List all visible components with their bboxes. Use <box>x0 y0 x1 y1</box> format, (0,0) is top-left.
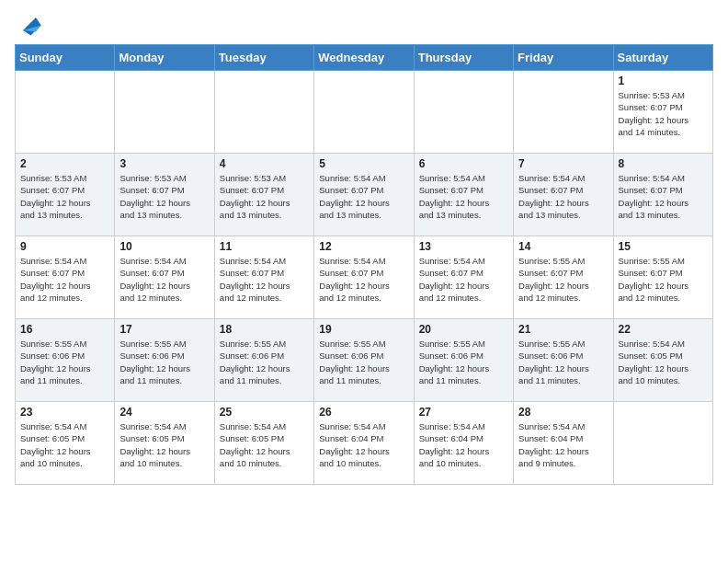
logo <box>15 15 44 37</box>
calendar-cell: 19Sunrise: 5:55 AM Sunset: 6:06 PM Dayli… <box>314 319 414 402</box>
calendar-cell: 26Sunrise: 5:54 AM Sunset: 6:04 PM Dayli… <box>314 402 414 485</box>
calendar-cell: 2Sunrise: 5:53 AM Sunset: 6:07 PM Daylig… <box>16 154 115 236</box>
calendar-cell: 16Sunrise: 5:55 AM Sunset: 6:06 PM Dayli… <box>16 319 115 402</box>
calendar-cell <box>613 402 712 485</box>
calendar-cell: 13Sunrise: 5:54 AM Sunset: 6:07 PM Dayli… <box>414 236 513 319</box>
day-number: 15 <box>619 240 708 253</box>
day-info: Sunrise: 5:54 AM Sunset: 6:05 PM Dayligh… <box>119 420 209 469</box>
day-number: 27 <box>419 406 508 419</box>
calendar-cell: 27Sunrise: 5:54 AM Sunset: 6:04 PM Dayli… <box>414 402 513 485</box>
day-info: Sunrise: 5:55 AM Sunset: 6:07 PM Dayligh… <box>619 255 708 304</box>
page-header <box>15 15 713 37</box>
calendar-cell: 17Sunrise: 5:55 AM Sunset: 6:06 PM Dayli… <box>115 319 214 402</box>
day-number: 8 <box>619 157 708 170</box>
calendar-cell: 22Sunrise: 5:54 AM Sunset: 6:05 PM Dayli… <box>613 319 712 402</box>
day-info: Sunrise: 5:54 AM Sunset: 6:07 PM Dayligh… <box>518 172 608 221</box>
calendar-cell <box>314 71 414 154</box>
day-info: Sunrise: 5:54 AM Sunset: 6:05 PM Dayligh… <box>619 338 708 386</box>
day-info: Sunrise: 5:54 AM Sunset: 6:07 PM Dayligh… <box>419 255 508 304</box>
day-number: 26 <box>319 406 408 419</box>
day-number: 6 <box>419 157 508 170</box>
day-number: 14 <box>518 240 608 253</box>
calendar-header-row: SundayMondayTuesdayWednesdayThursdayFrid… <box>16 45 713 71</box>
calendar-cell <box>514 71 613 154</box>
calendar-week-row: 1Sunrise: 5:53 AM Sunset: 6:07 PM Daylig… <box>16 71 713 154</box>
day-info: Sunrise: 5:54 AM Sunset: 6:04 PM Dayligh… <box>518 420 608 469</box>
day-info: Sunrise: 5:54 AM Sunset: 6:07 PM Dayligh… <box>119 255 209 304</box>
day-number: 4 <box>220 157 309 170</box>
day-info: Sunrise: 5:53 AM Sunset: 6:07 PM Dayligh… <box>119 172 209 221</box>
day-number: 28 <box>518 406 608 419</box>
day-of-week-header: Sunday <box>16 45 115 71</box>
day-number: 7 <box>518 157 608 170</box>
day-info: Sunrise: 5:55 AM Sunset: 6:06 PM Dayligh… <box>518 338 608 386</box>
day-number: 11 <box>220 240 309 253</box>
calendar-cell <box>414 71 513 154</box>
calendar-cell: 5Sunrise: 5:54 AM Sunset: 6:07 PM Daylig… <box>314 154 414 236</box>
day-number: 10 <box>119 240 209 253</box>
day-of-week-header: Wednesday <box>314 45 414 71</box>
day-info: Sunrise: 5:54 AM Sunset: 6:05 PM Dayligh… <box>220 420 309 469</box>
day-number: 22 <box>619 323 708 336</box>
calendar-week-row: 2Sunrise: 5:53 AM Sunset: 6:07 PM Daylig… <box>16 154 713 236</box>
logo-icon <box>17 11 42 37</box>
day-number: 5 <box>319 157 408 170</box>
day-of-week-header: Monday <box>115 45 214 71</box>
day-info: Sunrise: 5:53 AM Sunset: 6:07 PM Dayligh… <box>20 172 109 221</box>
calendar-week-row: 23Sunrise: 5:54 AM Sunset: 6:05 PM Dayli… <box>16 402 713 485</box>
day-info: Sunrise: 5:55 AM Sunset: 6:06 PM Dayligh… <box>220 338 309 386</box>
day-info: Sunrise: 5:54 AM Sunset: 6:07 PM Dayligh… <box>419 172 508 221</box>
day-number: 21 <box>518 323 608 336</box>
day-of-week-header: Saturday <box>613 45 712 71</box>
day-info: Sunrise: 5:54 AM Sunset: 6:07 PM Dayligh… <box>619 172 708 221</box>
day-number: 13 <box>419 240 508 253</box>
calendar-cell: 3Sunrise: 5:53 AM Sunset: 6:07 PM Daylig… <box>115 154 214 236</box>
calendar-cell <box>16 71 115 154</box>
calendar-cell: 10Sunrise: 5:54 AM Sunset: 6:07 PM Dayli… <box>115 236 214 319</box>
day-info: Sunrise: 5:54 AM Sunset: 6:04 PM Dayligh… <box>419 420 508 469</box>
day-info: Sunrise: 5:54 AM Sunset: 6:07 PM Dayligh… <box>319 255 408 304</box>
day-of-week-header: Tuesday <box>214 45 313 71</box>
calendar-cell: 1Sunrise: 5:53 AM Sunset: 6:07 PM Daylig… <box>613 71 712 154</box>
day-info: Sunrise: 5:55 AM Sunset: 6:07 PM Dayligh… <box>518 255 608 304</box>
day-info: Sunrise: 5:54 AM Sunset: 6:07 PM Dayligh… <box>220 255 309 304</box>
day-number: 18 <box>220 323 309 336</box>
day-info: Sunrise: 5:54 AM Sunset: 6:07 PM Dayligh… <box>319 172 408 221</box>
calendar-cell: 20Sunrise: 5:55 AM Sunset: 6:06 PM Dayli… <box>414 319 513 402</box>
day-number: 23 <box>20 406 109 419</box>
calendar-cell: 6Sunrise: 5:54 AM Sunset: 6:07 PM Daylig… <box>414 154 513 236</box>
calendar-table: SundayMondayTuesdayWednesdayThursdayFrid… <box>15 44 713 485</box>
calendar-cell: 7Sunrise: 5:54 AM Sunset: 6:07 PM Daylig… <box>514 154 613 236</box>
day-number: 17 <box>119 323 209 336</box>
day-of-week-header: Friday <box>514 45 613 71</box>
calendar-cell: 4Sunrise: 5:53 AM Sunset: 6:07 PM Daylig… <box>214 154 313 236</box>
calendar-cell: 9Sunrise: 5:54 AM Sunset: 6:07 PM Daylig… <box>16 236 115 319</box>
calendar-cell: 8Sunrise: 5:54 AM Sunset: 6:07 PM Daylig… <box>613 154 712 236</box>
day-number: 24 <box>119 406 209 419</box>
day-number: 1 <box>619 75 708 87</box>
day-info: Sunrise: 5:53 AM Sunset: 6:07 PM Dayligh… <box>220 172 309 221</box>
calendar-cell: 14Sunrise: 5:55 AM Sunset: 6:07 PM Dayli… <box>514 236 613 319</box>
day-info: Sunrise: 5:54 AM Sunset: 6:05 PM Dayligh… <box>20 420 109 469</box>
day-info: Sunrise: 5:55 AM Sunset: 6:06 PM Dayligh… <box>20 338 109 386</box>
day-number: 20 <box>419 323 508 336</box>
day-number: 16 <box>20 323 109 336</box>
day-number: 25 <box>220 406 309 419</box>
day-info: Sunrise: 5:55 AM Sunset: 6:06 PM Dayligh… <box>119 338 209 386</box>
calendar-cell: 12Sunrise: 5:54 AM Sunset: 6:07 PM Dayli… <box>314 236 414 319</box>
day-number: 9 <box>20 240 109 253</box>
calendar-cell: 24Sunrise: 5:54 AM Sunset: 6:05 PM Dayli… <box>115 402 214 485</box>
calendar-cell <box>214 71 313 154</box>
day-number: 12 <box>319 240 408 253</box>
calendar-cell <box>115 71 214 154</box>
day-info: Sunrise: 5:54 AM Sunset: 6:04 PM Dayligh… <box>319 420 408 469</box>
calendar-week-row: 16Sunrise: 5:55 AM Sunset: 6:06 PM Dayli… <box>16 319 713 402</box>
day-info: Sunrise: 5:54 AM Sunset: 6:07 PM Dayligh… <box>20 255 109 304</box>
day-number: 19 <box>319 323 408 336</box>
day-number: 3 <box>119 157 209 170</box>
calendar-cell: 28Sunrise: 5:54 AM Sunset: 6:04 PM Dayli… <box>514 402 613 485</box>
calendar-cell: 21Sunrise: 5:55 AM Sunset: 6:06 PM Dayli… <box>514 319 613 402</box>
day-of-week-header: Thursday <box>414 45 513 71</box>
calendar-week-row: 9Sunrise: 5:54 AM Sunset: 6:07 PM Daylig… <box>16 236 713 319</box>
calendar-cell: 15Sunrise: 5:55 AM Sunset: 6:07 PM Dayli… <box>613 236 712 319</box>
